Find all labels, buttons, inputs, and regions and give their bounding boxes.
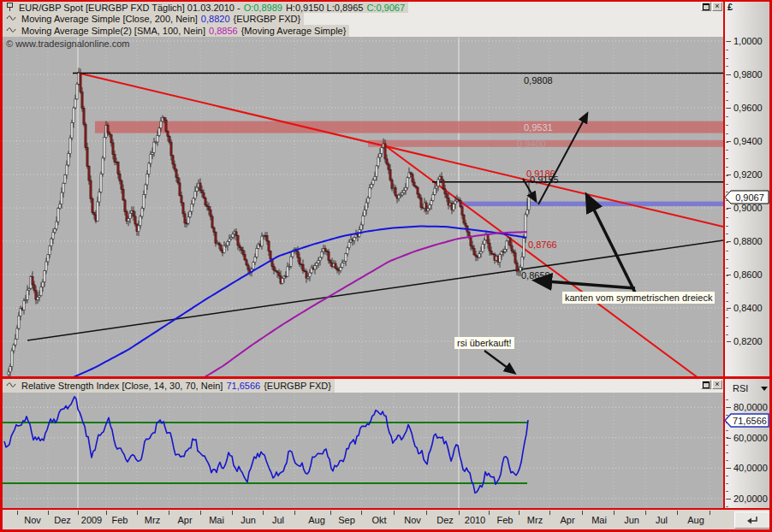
month-tick — [582, 511, 583, 515]
price-chart-canvas[interactable]: 0,98080,91550,95310,94000,91860,87660,86… — [3, 38, 723, 377]
month-tick — [78, 511, 79, 515]
wave-icon — [6, 14, 16, 24]
rsi-axis-title: RSI — [733, 383, 748, 393]
month-label: Dez — [436, 515, 454, 525]
month-label: Jun — [241, 515, 256, 525]
month-label: Mai — [591, 515, 607, 525]
month-label: 2009 — [81, 515, 102, 525]
time-axis-border — [0, 508, 772, 510]
close-icon: × — [715, 3, 719, 10]
price-axis-label: 0,8200 — [733, 336, 763, 346]
trendline[interactable] — [27, 240, 723, 340]
pane-splitter[interactable] — [0, 376, 772, 379]
month-tick — [169, 511, 169, 515]
price-axis-label: 0,9400 — [733, 136, 763, 146]
maximize-button[interactable] — [701, 2, 711, 11]
annotation-arrow[interactable] — [536, 281, 635, 288]
month-tick — [489, 511, 490, 515]
month-tick — [677, 511, 678, 515]
month-label: Mrz — [527, 515, 543, 525]
month-label: Mai — [209, 515, 224, 525]
month-label: Nov — [404, 515, 421, 525]
ma200-legend-row[interactable]: Moving Average Simple [Close, 200, Nein]… — [3, 13, 723, 25]
month-tick — [232, 511, 233, 515]
rsi-overbought-annotation[interactable]: rsi überkauft! — [454, 337, 514, 349]
price-band[interactable] — [95, 121, 723, 133]
month-label: Apr — [560, 515, 574, 525]
month-label: Feb — [112, 515, 128, 525]
ma100-legend-row[interactable]: Moving Average Simple(2) [SMA, 100, Nein… — [3, 25, 723, 37]
rsi-chart-canvas[interactable] — [3, 393, 723, 509]
current-price-tag: 0,9067 — [724, 190, 770, 206]
price-level-label: 0,9186 — [526, 168, 555, 179]
ma100-suffix: {Moving Average Simple} — [241, 26, 347, 36]
rsi-value: 71,6566 — [226, 381, 260, 391]
month-label: Aug — [687, 515, 704, 525]
month-tick — [294, 511, 295, 515]
rsi-axis-label: 60,0000 — [733, 433, 768, 443]
close-button[interactable]: × — [712, 380, 722, 389]
month-label: Jul — [272, 515, 284, 525]
rsi-chart-pane[interactable] — [3, 393, 723, 509]
month-tick — [394, 511, 395, 515]
ma100-label: Moving Average Simple(2) [SMA, 100, Nein… — [21, 26, 205, 36]
tradesignal-window: EUR/GBP Spot [EURGBP FXD Täglich] 01.03.… — [0, 0, 772, 532]
svg-text:71,6566: 71,6566 — [733, 416, 767, 426]
window-border-left — [0, 0, 3, 532]
jump-to-latest-button[interactable] — [734, 511, 770, 529]
month-label: Sep — [338, 515, 355, 525]
price-axis-label: 0,8600 — [733, 269, 763, 280]
month-tick — [330, 511, 331, 515]
month-tick — [17, 511, 18, 515]
month-tick — [200, 511, 201, 515]
time-axis[interactable]: NovDez2009FebMrzAprMaiJunJulAugSepOktNov… — [0, 510, 772, 529]
high-low-values: H:0,9150 L:0,8965 — [286, 3, 364, 13]
price-chart-pane[interactable]: 0,98080,91550,95310,94000,91860,87660,86… — [3, 38, 723, 377]
price-axis-label: 0,8800 — [733, 236, 763, 246]
month-tick — [459, 511, 460, 515]
month-tick — [263, 511, 264, 515]
chevron-down-icon[interactable] — [761, 387, 768, 391]
price-level-label: 0,8659 — [521, 270, 550, 281]
window-border-top — [0, 0, 772, 2]
instrument-pin-icon — [6, 2, 14, 13]
month-tick — [710, 511, 710, 515]
open-value: O:0,8989 — [244, 3, 282, 13]
ma200-value: 0,8820 — [201, 14, 230, 24]
rsi-suffix: {EURGBP FXD} — [264, 381, 331, 391]
wave-icon — [6, 26, 16, 36]
price-axis-label: 0,9800 — [733, 69, 763, 80]
rsi-line — [4, 397, 528, 494]
rsi-axis[interactable]: RSI 80,000060,000040,000020,0000 71,6566 — [725, 379, 769, 509]
month-tick — [137, 511, 138, 515]
month-label: Dez — [54, 515, 71, 525]
month-tick — [614, 511, 615, 515]
trendline[interactable] — [77, 73, 723, 227]
month-tick — [361, 511, 362, 515]
month-label: Mrz — [145, 515, 160, 525]
month-label: Jun — [624, 515, 639, 525]
price-level-label: 0,8766 — [528, 239, 557, 250]
triangle-annotation[interactable]: kanten vom symmetrischen dreieck — [562, 292, 715, 304]
price-axis[interactable]: £ 1,00000,98000,96000,94000,92000,90000,… — [725, 0, 769, 377]
close-value: C:0,9067 — [366, 3, 405, 13]
price-level-label: 0,9400 — [517, 139, 546, 149]
month-tick — [519, 511, 520, 515]
close-button[interactable]: × — [712, 2, 722, 11]
rsi-axis-label: 20,0000 — [733, 494, 768, 504]
rsi-legend-row[interactable]: Relative Strength Index [Close, 14, 30, … — [3, 379, 723, 393]
month-label: Jul — [656, 515, 668, 525]
annotation-arrow[interactable] — [587, 196, 636, 294]
month-label: 2010 — [465, 515, 485, 525]
month-label: Nov — [24, 515, 41, 525]
month-tick — [106, 511, 107, 515]
ma200-label: Moving Average Simple [Close, 200, Nein] — [21, 14, 198, 24]
maximize-button[interactable] — [701, 380, 711, 389]
axis-splitter[interactable] — [723, 0, 725, 510]
maximize-icon — [703, 381, 710, 388]
candlesticks — [8, 68, 530, 376]
month-label: Okt — [371, 515, 386, 525]
rsi-window-controls: × — [701, 380, 722, 389]
copyright-watermark: © www.tradesignalonline.com — [6, 38, 129, 49]
chart-title-bar: EUR/GBP Spot [EURGBP FXD Täglich] 01.03.… — [3, 2, 723, 13]
